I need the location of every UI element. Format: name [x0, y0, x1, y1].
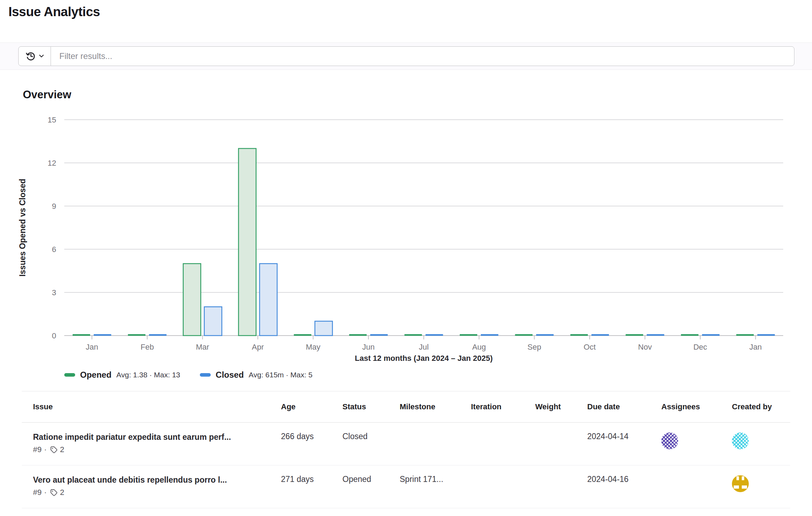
legend-series-stats: Avg: 1.38 · Max: 13: [116, 371, 180, 379]
history-icon: [26, 51, 36, 61]
table-row: Ratione impedit pariatur expedita sunt e…: [22, 423, 790, 465]
filter-group: [18, 46, 794, 66]
issues-opened-vs-closed-chart: 03691215Issues Opened vs ClosedJanFebMar…: [0, 109, 812, 390]
milestone-cell: [400, 432, 471, 465]
svg-text:Jun: Jun: [362, 343, 374, 351]
creator-avatar[interactable]: [732, 475, 749, 492]
assignees-cell: [661, 432, 732, 465]
overview-heading: Overview: [23, 88, 812, 101]
assignees-cell: [661, 475, 732, 508]
filter-bar: [0, 42, 812, 70]
svg-text:May: May: [306, 343, 321, 351]
due-date-cell: 2024-04-14: [587, 432, 661, 465]
svg-text:Jan: Jan: [749, 343, 762, 351]
meta-separator: ·: [44, 445, 46, 454]
creator-avatar[interactable]: [732, 432, 749, 449]
created-by-cell: [732, 432, 790, 465]
issue-meta: #9 · 2: [33, 445, 281, 454]
svg-text:Issues Opened vs Closed: Issues Opened vs Closed: [18, 179, 27, 277]
weight-cell: [535, 475, 587, 508]
svg-text:12: 12: [48, 159, 56, 167]
status-cell: Opened: [342, 475, 400, 508]
column-header-due-date: Due date: [587, 402, 661, 411]
svg-text:Jul: Jul: [419, 343, 428, 351]
issue-cell: Ratione impedit pariatur expedita sunt e…: [22, 432, 281, 465]
issue-reference: #9: [33, 488, 41, 497]
due-date-cell: 2024-04-16: [587, 475, 661, 508]
svg-text:9: 9: [52, 202, 56, 211]
issue-reference: #9: [33, 445, 41, 454]
svg-text:Feb: Feb: [140, 343, 154, 351]
iteration-cell: [471, 432, 535, 465]
milestone-cell: Sprint 171...: [400, 475, 471, 508]
svg-text:Oct: Oct: [584, 343, 596, 351]
label-icon: [49, 446, 58, 454]
column-header-age: Age: [281, 402, 342, 411]
table-header-row: Issue Age Status Milestone Iteration Wei…: [22, 391, 790, 423]
svg-text:15: 15: [48, 115, 56, 124]
svg-text:Apr: Apr: [252, 343, 264, 351]
legend-swatch: [200, 373, 211, 377]
issues-table: Issue Age Status Milestone Iteration Wei…: [22, 391, 790, 508]
legend-series-stats: Avg: 615m · Max: 5: [249, 371, 313, 379]
filter-history-button[interactable]: [18, 46, 51, 66]
svg-text:Sep: Sep: [528, 343, 541, 351]
assignee-avatar[interactable]: [661, 432, 678, 449]
column-header-created-by: Created by: [732, 402, 790, 411]
column-header-status: Status: [342, 402, 400, 411]
status-cell: Closed: [342, 432, 400, 465]
column-header-assignees: Assignees: [661, 402, 732, 411]
column-header-issue: Issue: [22, 402, 281, 411]
column-header-iteration: Iteration: [471, 402, 535, 411]
weight-cell: [535, 432, 587, 465]
chart-legend: OpenedAvg: 1.38 · Max: 13ClosedAvg: 615m…: [64, 370, 313, 380]
x-axis-title: Last 12 months (Jan 2024 – Jan 2025): [64, 354, 783, 363]
svg-text:6: 6: [52, 245, 56, 254]
age-cell: 266 days: [281, 432, 342, 465]
meta-separator: ·: [44, 488, 46, 497]
labels-count: 2: [60, 445, 64, 454]
issue-cell: Vero aut placeat unde debitis repellendu…: [22, 475, 281, 508]
svg-text:3: 3: [52, 288, 56, 297]
legend-swatch: [64, 373, 75, 377]
svg-text:Aug: Aug: [472, 343, 486, 351]
column-header-milestone: Milestone: [400, 402, 471, 411]
table-row: Vero aut placeat unde debitis repellendu…: [22, 465, 790, 508]
issue-link[interactable]: Ratione impedit pariatur expedita sunt e…: [33, 432, 281, 442]
svg-text:Mar: Mar: [196, 343, 209, 351]
issue-meta: #9 · 2: [33, 488, 281, 497]
created-by-cell: [732, 475, 790, 508]
labels-count: 2: [60, 488, 64, 497]
chevron-down-icon: [39, 54, 44, 58]
svg-text:0: 0: [52, 331, 56, 340]
filter-results-input[interactable]: [51, 46, 794, 66]
issue-link[interactable]: Vero aut placeat unde debitis repellendu…: [33, 475, 281, 485]
age-cell: 271 days: [281, 475, 342, 508]
legend-item-closed[interactable]: ClosedAvg: 615m · Max: 5: [200, 370, 313, 380]
column-header-weight: Weight: [535, 402, 587, 411]
svg-text:Jan: Jan: [86, 343, 98, 351]
legend-series-name: Closed: [216, 370, 244, 380]
page-title: Issue Analytics: [8, 4, 812, 20]
legend-series-name: Opened: [80, 370, 111, 380]
bar-chart-canvas: 03691215Issues Opened vs ClosedJanFebMar…: [0, 109, 812, 390]
iteration-cell: [471, 475, 535, 508]
label-icon: [49, 489, 58, 496]
table-body: Ratione impedit pariatur expedita sunt e…: [22, 423, 790, 508]
legend-item-opened[interactable]: OpenedAvg: 1.38 · Max: 13: [64, 370, 180, 380]
svg-text:Dec: Dec: [693, 343, 707, 351]
svg-text:Nov: Nov: [638, 343, 652, 351]
